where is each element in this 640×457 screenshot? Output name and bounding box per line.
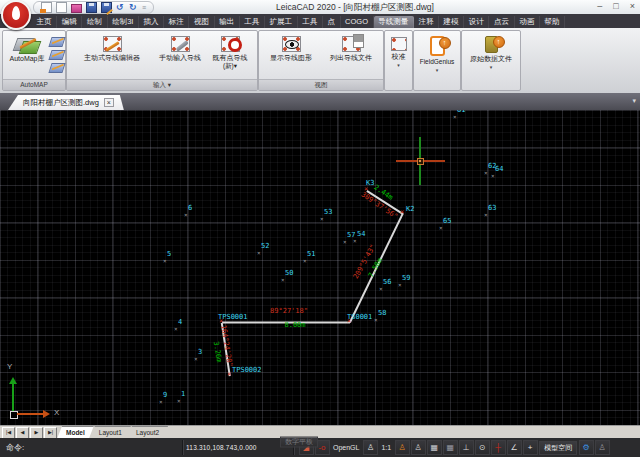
station-tick-icon: × xyxy=(227,371,231,378)
panel-caption-input[interactable]: 输入 ▾ xyxy=(67,79,257,90)
tab-overflow-icon[interactable]: ▾ xyxy=(632,97,636,105)
point-label: 4 xyxy=(178,319,182,326)
redo-icon[interactable]: ↻ xyxy=(129,3,138,12)
grid-icon[interactable]: ▦ xyxy=(443,440,458,455)
menu-tab-输出[interactable]: 输出 xyxy=(215,16,240,28)
snap-icon[interactable]: ▦ xyxy=(427,440,442,455)
existing-points-icon xyxy=(221,36,240,52)
ribbon-panel-rawdata: ↑ 原始数据文件 ▾ xyxy=(461,30,521,91)
point-label: 58 xyxy=(378,310,386,317)
menu-tab-建模[interactable]: 建模 xyxy=(439,16,464,28)
point-marker: × xyxy=(491,173,495,179)
panel-caption-view[interactable]: 视图 xyxy=(259,79,383,90)
menu-tab-动画[interactable]: 动画 xyxy=(515,16,540,28)
layout-nav-icon-0[interactable]: |◀ xyxy=(2,427,15,439)
automap-small-buttons xyxy=(50,37,64,73)
calibrate-button[interactable]: 校准 ▾ xyxy=(387,37,410,68)
menu-tab-点[interactable]: 点 xyxy=(323,16,341,28)
ribbon-panel-fieldgenius: ↑ FieldGenius ▾ xyxy=(413,30,461,91)
automap-layers-icon-2[interactable] xyxy=(48,50,65,60)
menu-tab-绘制[interactable]: 绘制 xyxy=(82,16,107,28)
ortho-icon[interactable]: ⊥ xyxy=(459,440,474,455)
qat-more-icon[interactable]: ≡ xyxy=(142,4,146,11)
settings-gear-icon[interactable]: ⚙ xyxy=(579,440,594,455)
maximize-button[interactable]: □ xyxy=(613,1,618,12)
menu-tab-设计[interactable]: 设计 xyxy=(464,16,489,28)
point-label: 61 xyxy=(457,110,465,114)
annotation-user-icon[interactable]: ♙ xyxy=(395,440,410,455)
undo-icon[interactable]: ↺ xyxy=(116,3,125,12)
menu-tab-点云[interactable]: 点云 xyxy=(489,16,514,28)
polar-icon[interactable]: ⊙ xyxy=(475,440,490,455)
menu-tab-编辑[interactable]: 编辑 xyxy=(57,16,82,28)
new-file-icon[interactable] xyxy=(56,2,67,13)
panel-caption-automap[interactable]: AutoMAP xyxy=(3,79,65,90)
point-label: 50 xyxy=(285,270,293,277)
app-logo-icon[interactable] xyxy=(1,0,31,30)
existing-points-traverse-button[interactable]: 既有点导线 (新)▾ xyxy=(205,36,255,69)
automap-layers-icon-1[interactable] xyxy=(48,37,65,47)
point-label: 6 xyxy=(188,205,192,212)
minimize-button[interactable]: – xyxy=(597,1,602,12)
user-star-icon[interactable]: ♙ xyxy=(411,440,426,455)
file-list-icon xyxy=(342,36,361,52)
show-traverse-graphics-button[interactable]: 显示导线图形 xyxy=(261,36,321,62)
ucs-x-arrow-icon xyxy=(43,410,54,418)
menu-tab-COGO[interactable]: COGO xyxy=(341,16,374,28)
point-label: 53 xyxy=(324,209,332,216)
menu-tab-插入[interactable]: 插入 xyxy=(139,16,164,28)
automap-library-button[interactable]: AutoMap库 xyxy=(5,36,49,63)
otrack-icon[interactable]: ∠ xyxy=(507,440,522,455)
active-traverse-editor-button[interactable]: 主动式导线编辑器 xyxy=(71,36,153,62)
menu-tab-主页[interactable]: 主页 xyxy=(32,16,57,28)
annotation-scale-label: 1:1 xyxy=(381,444,391,451)
save-icon[interactable] xyxy=(86,2,97,13)
layout-nav-icon-3[interactable]: ▶| xyxy=(44,427,57,439)
menu-tab-帮助[interactable]: 帮助 xyxy=(540,16,565,28)
user-icon[interactable]: ♙ xyxy=(363,440,378,455)
raw-data-file-button[interactable]: ↑ 原始数据文件 ▾ xyxy=(464,36,518,70)
save-as-icon[interactable] xyxy=(101,2,112,13)
tablet-button[interactable]: 数字平板 xyxy=(280,437,318,448)
station-label: TS0001 xyxy=(347,314,372,321)
point-marker: × xyxy=(159,399,163,405)
menu-tab-扩展工[interactable]: 扩展工 xyxy=(265,16,298,28)
window-title: LeicaCAD 2020 - [向阳村棚户区测图.dwg] xyxy=(140,2,570,14)
point-marker: × xyxy=(398,282,402,288)
manual-input-traverse-button[interactable]: 手动输入导线 xyxy=(153,36,207,62)
ucs-y-label: Y xyxy=(7,363,12,371)
document-tab[interactable]: 向阳村棚户区测图.dwg × xyxy=(8,95,124,110)
point-label: 59 xyxy=(402,275,410,282)
osnap-icon[interactable]: ┼ xyxy=(491,440,506,455)
document-close-icon[interactable]: × xyxy=(104,98,114,107)
document-tab-bar: 向阳村棚户区测图.dwg × ▾ xyxy=(0,93,640,111)
close-button[interactable]: × xyxy=(630,1,635,12)
menu-tab-标注[interactable]: 标注 xyxy=(164,16,189,28)
user-small-icon[interactable]: ♙ xyxy=(595,440,610,455)
menu-tab-绘制3I[interactable]: 绘制3I xyxy=(108,16,139,28)
open-file-icon[interactable] xyxy=(71,4,82,13)
list-traverse-file-button[interactable]: 列出导线文件 xyxy=(321,36,381,62)
point-marker: × xyxy=(257,250,261,256)
model-space-button[interactable]: 模型空间 xyxy=(539,441,577,455)
chevron-down-icon: ▾ xyxy=(464,64,518,70)
menu-tab-导线测量[interactable]: 导线测量 xyxy=(374,16,414,28)
menu-tab-工具[interactable]: 工具 xyxy=(240,16,265,28)
point-label: 56 xyxy=(383,279,391,286)
ribbon: AutoMap库 AutoMAP 主动式导线编辑器 手动输入导线 既有点导线 (… xyxy=(0,28,640,94)
point-marker: × xyxy=(194,356,198,362)
drawing-canvas[interactable]: Y X ×61×62×64×63×65×53×6×57×54×5×52×51×5… xyxy=(0,110,640,425)
layout-nav-icon-1[interactable]: ◀ xyxy=(16,427,29,439)
new-template-icon[interactable] xyxy=(41,2,52,13)
menu-tab-视图[interactable]: 视图 xyxy=(189,16,214,28)
automap-layers-icon-3[interactable] xyxy=(48,63,65,73)
command-prompt[interactable]: 命令: xyxy=(6,442,24,453)
layout-nav-icon-2[interactable]: ▶ xyxy=(30,427,43,439)
point-label: 52 xyxy=(261,243,269,250)
menu-tab-工具[interactable]: 工具 xyxy=(298,16,323,28)
fieldgenius-button[interactable]: ↑ FieldGenius ▾ xyxy=(416,36,458,73)
menu-tab-注释[interactable]: 注释 xyxy=(414,16,439,28)
crosshair-icon[interactable]: + xyxy=(523,440,538,455)
point-label: 1 xyxy=(181,391,185,398)
point-marker: × xyxy=(303,258,307,264)
